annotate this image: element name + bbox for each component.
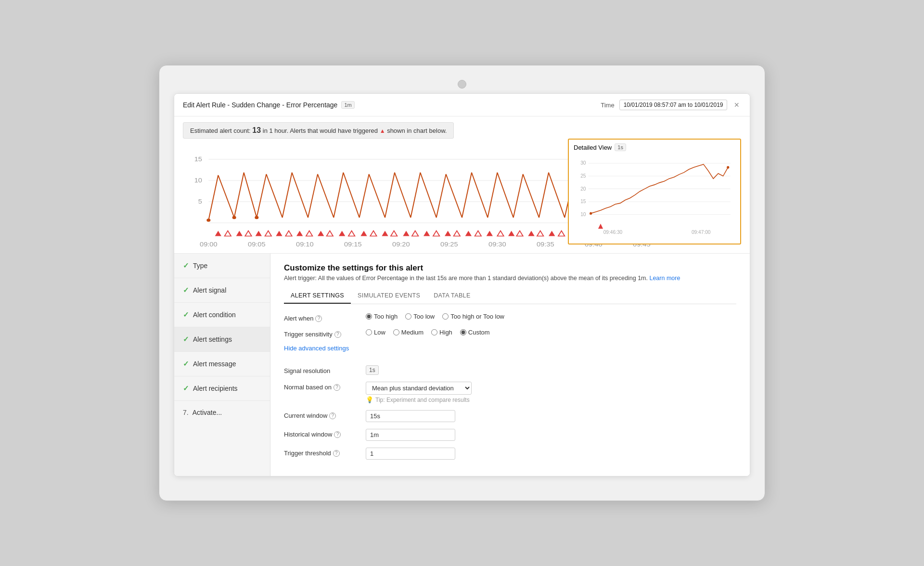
alert-count-end: shown in chart below.: [387, 127, 447, 134]
trigger-threshold-input[interactable]: 1: [366, 448, 455, 460]
sidebar-check-alert-recipients: ✓: [183, 384, 189, 393]
radio-too-high[interactable]: Too high: [366, 313, 398, 320]
sidebar-label-alert-signal: Alert signal: [193, 286, 226, 294]
section-subtitle: Alert trigger: All the values of Error P…: [284, 275, 736, 282]
sidebar-label-type: Type: [193, 262, 207, 270]
trigger-threshold-help-icon[interactable]: ?: [333, 450, 340, 457]
svg-marker-26: [412, 231, 418, 236]
hide-advanced-link[interactable]: Hide advanced settings: [284, 345, 349, 352]
radio-custom[interactable]: Custom: [460, 329, 490, 336]
signal-resolution-label: Signal resolution: [284, 365, 366, 374]
modal-title-badge: 1m: [341, 101, 354, 109]
sidebar-label-alert-message: Alert message: [193, 360, 236, 368]
radio-too-low[interactable]: Too low: [405, 313, 435, 320]
current-window-help-icon[interactable]: ?: [329, 412, 336, 419]
svg-marker-25: [403, 231, 409, 236]
signal-resolution-value: 1s: [366, 365, 379, 375]
tab-alert-settings[interactable]: ALERT SETTINGS: [284, 288, 351, 304]
detailed-view-badge: 1s: [615, 143, 626, 151]
svg-marker-15: [296, 231, 303, 236]
svg-text:25: 25: [580, 173, 586, 179]
svg-marker-17: [318, 231, 324, 236]
svg-text:09:46:30: 09:46:30: [603, 230, 623, 235]
laptop-frame: Edit Alert Rule - Sudden Change - Error …: [159, 65, 765, 501]
svg-text:09:25: 09:25: [440, 242, 458, 248]
sidebar-label-alert-settings: Alert settings: [193, 335, 232, 343]
current-window-input[interactable]: 15s: [366, 410, 455, 422]
svg-marker-27: [424, 231, 430, 236]
tab-data-table[interactable]: DATA TABLE: [427, 288, 477, 304]
section-subtitle-text: Alert trigger: All the values of Error P…: [284, 275, 648, 282]
learn-more-link[interactable]: Learn more: [649, 275, 680, 282]
svg-marker-34: [497, 231, 503, 236]
svg-marker-39: [549, 231, 555, 236]
svg-marker-14: [285, 231, 292, 236]
historical-window-input[interactable]: 1m: [366, 429, 455, 441]
svg-marker-37: [528, 231, 534, 236]
svg-marker-74: [598, 224, 603, 229]
svg-marker-36: [516, 231, 523, 236]
laptop-notch: [458, 80, 466, 89]
sidebar-item-activate[interactable]: 7. Activate...: [174, 401, 270, 424]
svg-marker-24: [391, 231, 397, 236]
svg-text:09:15: 09:15: [344, 242, 362, 248]
hide-advanced-settings-row: Hide advanced settings: [284, 345, 736, 359]
normal-based-on-row: Normal based on ? Mean plus standard dev…: [284, 382, 736, 403]
modal-title-text: Edit Alert Rule - Sudden Change - Error …: [183, 101, 337, 109]
trigger-sensitivity-help-icon[interactable]: ?: [334, 331, 341, 338]
current-window-label: Current window ?: [284, 410, 366, 419]
sidebar-check-alert-condition: ✓: [183, 310, 189, 319]
radio-too-high-or-too-low[interactable]: Too high or Too low: [442, 313, 504, 320]
svg-point-73: [727, 166, 729, 168]
tip-text: 💡 Tip: Experiment and compare results: [366, 396, 472, 403]
sidebar-item-alert-message[interactable]: ✓ Alert message: [174, 352, 270, 376]
svg-text:30: 30: [580, 160, 586, 166]
sidebar-item-alert-recipients[interactable]: ✓ Alert recipients: [174, 376, 270, 401]
sidebar-item-alert-signal[interactable]: ✓ Alert signal: [174, 278, 270, 303]
svg-marker-11: [256, 231, 262, 236]
tabs: ALERT SETTINGS SIMULATED EVENTS DATA TAB…: [284, 288, 736, 304]
content-area: ✓ Type ✓ Alert signal ✓ Alert condition …: [174, 253, 750, 476]
tip-icon: 💡: [366, 396, 373, 403]
svg-marker-21: [360, 231, 367, 236]
sidebar-item-alert-settings[interactable]: ✓ Alert settings: [174, 327, 270, 352]
sidebar-label-alert-condition: Alert condition: [193, 311, 236, 319]
sidebar-item-type[interactable]: ✓ Type: [174, 254, 270, 278]
normal-based-on-help-icon[interactable]: ?: [334, 384, 340, 391]
radio-low[interactable]: Low: [366, 329, 385, 336]
svg-marker-22: [370, 231, 376, 236]
alert-when-help-icon[interactable]: ?: [315, 315, 322, 322]
svg-marker-28: [433, 231, 439, 236]
detailed-view-label: Detailed View: [574, 144, 612, 151]
svg-marker-19: [339, 231, 345, 236]
trigger-threshold-label: Trigger threshold ?: [284, 448, 366, 457]
detailed-view-header: Detailed View 1s: [574, 143, 735, 151]
time-label: Time: [601, 102, 614, 109]
sidebar-check-type: ✓: [183, 261, 189, 270]
normal-based-on-select[interactable]: Mean plus standard deviation Percentile: [366, 382, 472, 395]
alert-when-label: Alert when ?: [284, 313, 366, 322]
alert-triangle-icon: ▲: [380, 128, 385, 134]
svg-point-59: [206, 219, 210, 222]
alert-when-row: Alert when ? Too high Too low: [284, 313, 736, 322]
svg-marker-30: [454, 231, 460, 236]
section-title: Customize the settings for this alert: [284, 263, 736, 273]
svg-text:09:35: 09:35: [537, 242, 554, 248]
svg-text:09:47:00: 09:47:00: [692, 230, 711, 235]
svg-text:10: 10: [580, 211, 586, 217]
historical-window-help-icon[interactable]: ?: [334, 431, 341, 438]
svg-text:10: 10: [194, 178, 202, 184]
svg-marker-7: [215, 231, 221, 236]
modal: Edit Alert Rule - Sudden Change - Error …: [174, 93, 750, 476]
svg-marker-40: [558, 231, 565, 236]
tip-text-content: Tip: Experiment and compare results: [375, 397, 470, 403]
advanced-section: Signal resolution 1s Normal based on ? M…: [284, 365, 736, 460]
close-button[interactable]: ×: [732, 100, 741, 110]
radio-high[interactable]: High: [431, 329, 452, 336]
signal-resolution-row: Signal resolution 1s: [284, 365, 736, 375]
sidebar-item-alert-condition[interactable]: ✓ Alert condition: [174, 303, 270, 327]
tab-simulated-events[interactable]: SIMULATED EVENTS: [351, 288, 427, 304]
svg-marker-18: [327, 231, 333, 236]
svg-text:15: 15: [580, 199, 586, 204]
radio-medium[interactable]: Medium: [393, 329, 424, 336]
